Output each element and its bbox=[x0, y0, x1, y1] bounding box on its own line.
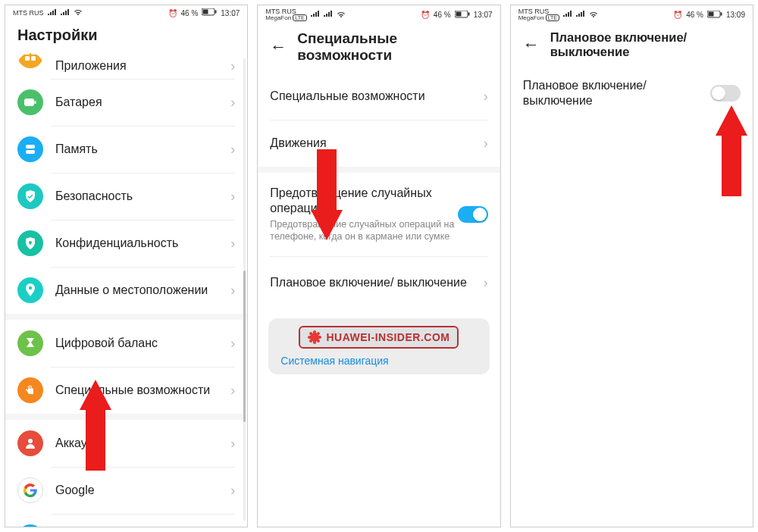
chevron-right-icon: › bbox=[230, 189, 235, 205]
alarm-icon: ⏰ bbox=[421, 11, 430, 19]
item-label: Специальные возможности bbox=[270, 89, 483, 104]
status-bar: MTS RUSMegaFon LTE ⏰ 46 % 13:07 bbox=[258, 5, 500, 23]
page-title: Настройки bbox=[17, 27, 98, 44]
list-item-security[interactable]: Безопасность › bbox=[5, 173, 247, 220]
shield-lock-icon bbox=[17, 230, 43, 256]
svg-rect-22 bbox=[720, 12, 722, 15]
list-item-storage[interactable]: Память › bbox=[5, 126, 247, 173]
item-label: Безопасность bbox=[55, 189, 230, 204]
system-navigation-link[interactable]: Системная навигация bbox=[277, 355, 480, 367]
page-title: Специальные возможности bbox=[297, 30, 487, 64]
battery-percent: 46 % bbox=[181, 9, 199, 17]
scheduled-power-header: ← Плановое включение/выключение bbox=[511, 23, 753, 68]
watermark-box: HUAWEI-INSIDER.COM Системная навигация bbox=[268, 318, 489, 374]
clock-label: 13:07 bbox=[221, 9, 240, 17]
accessibility-list[interactable]: Специальные возможности › Движения › Пре… bbox=[258, 73, 500, 527]
svg-rect-4 bbox=[31, 53, 36, 55]
item-label: Предотвращение случайных операций Предот… bbox=[270, 186, 457, 243]
svg-rect-2 bbox=[215, 11, 217, 14]
svg-rect-8 bbox=[35, 101, 36, 104]
list-item-system[interactable]: Система и обновления › bbox=[5, 514, 247, 527]
item-label: Данные о местоположении bbox=[55, 283, 230, 298]
scrollbar[interactable] bbox=[243, 58, 246, 521]
list-item-digital-balance[interactable]: Цифровой баланс › bbox=[5, 320, 247, 367]
chevron-right-icon: › bbox=[484, 89, 488, 105]
list-item-accessibility[interactable]: Специальные возможности › bbox=[5, 367, 247, 414]
wifi-icon bbox=[589, 11, 598, 20]
system-icon bbox=[17, 524, 43, 527]
clock-label: 13:07 bbox=[474, 11, 493, 19]
hourglass-icon bbox=[17, 330, 43, 356]
list-item-privacy[interactable]: Конфиденциальность › bbox=[5, 220, 247, 267]
scrollbar-thumb[interactable] bbox=[243, 271, 246, 422]
storage-icon bbox=[17, 136, 43, 162]
svg-rect-5 bbox=[25, 56, 30, 61]
battery-icon bbox=[17, 89, 43, 115]
accessibility-header: ← Специальные возможности bbox=[258, 23, 500, 73]
phone-screen-3: MTS RUSMegaFon LTE ⏰ 46 % 13:09 ← Планов… bbox=[510, 5, 753, 527]
svg-rect-3 bbox=[25, 53, 30, 55]
chevron-right-icon: › bbox=[230, 336, 235, 352]
watermark-text: HUAWEI-INSIDER.COM bbox=[326, 331, 449, 343]
list-item-prevent-touches[interactable]: Предотвращение случайных операций Предот… bbox=[258, 173, 500, 256]
svg-rect-6 bbox=[31, 56, 36, 61]
toggle-prevent-touches[interactable] bbox=[458, 206, 488, 223]
toggle-scheduled-power[interactable] bbox=[710, 85, 741, 102]
svg-rect-9 bbox=[26, 145, 35, 149]
battery-percent: 46 % bbox=[434, 11, 451, 19]
google-icon bbox=[17, 477, 43, 503]
item-label: Цифровой баланс bbox=[55, 336, 230, 351]
item-label: Плановое включение/ выключение bbox=[523, 78, 710, 108]
list-item-battery[interactable]: Батарея › bbox=[5, 79, 247, 126]
back-arrow-icon[interactable]: ← bbox=[270, 37, 287, 57]
chevron-right-icon: › bbox=[484, 275, 488, 291]
signal-icon bbox=[311, 11, 320, 19]
list-item-motions[interactable]: Движения › bbox=[258, 120, 500, 167]
carrier-label: MTS RUSMegaFon LTE bbox=[518, 8, 559, 21]
svg-rect-12 bbox=[30, 243, 30, 245]
back-arrow-icon[interactable]: ← bbox=[523, 35, 540, 55]
item-label: Плановое включение/ выключение bbox=[270, 275, 483, 290]
list-item-apps-partial[interactable]: Приложения › bbox=[5, 53, 247, 79]
page-title: Плановое включение/выключение bbox=[550, 30, 741, 59]
chevron-right-icon: › bbox=[230, 95, 235, 111]
list-item-accounts[interactable]: Аккау › bbox=[5, 420, 247, 467]
signal-icon-2 bbox=[61, 9, 70, 17]
list-item-scheduled-toggle[interactable]: Плановое включение/ выключение bbox=[511, 68, 753, 118]
section-separator bbox=[258, 167, 500, 173]
battery-icon bbox=[455, 11, 470, 20]
wifi-icon bbox=[74, 8, 83, 17]
list-item-google[interactable]: Google › bbox=[5, 467, 247, 514]
carrier-label: MTS RUSMegaFon LTE bbox=[265, 8, 306, 21]
wifi-icon bbox=[337, 11, 346, 20]
battery-icon bbox=[202, 8, 217, 17]
chevron-right-icon: › bbox=[230, 436, 235, 452]
status-bar: MTS RUS ⏰ 46 % 13:07 bbox=[5, 5, 247, 19]
person-icon bbox=[17, 430, 43, 456]
chevron-right-icon: › bbox=[230, 142, 235, 158]
svg-rect-1 bbox=[203, 10, 208, 14]
item-label: Память bbox=[55, 142, 230, 157]
signal-icon-2 bbox=[324, 11, 333, 19]
scheduled-power-list: Плановое включение/ выключение bbox=[511, 68, 753, 527]
phone-screen-2: MTS RUSMegaFon LTE ⏰ 46 % 13:07 ← Специа… bbox=[257, 5, 500, 527]
chevron-right-icon: › bbox=[230, 383, 235, 399]
svg-rect-19 bbox=[468, 12, 469, 15]
svg-rect-10 bbox=[26, 150, 35, 154]
settings-header: Настройки bbox=[5, 19, 247, 53]
signal-icon-2 bbox=[576, 11, 585, 19]
item-label: Приложения bbox=[55, 58, 230, 74]
clock-label: 13:09 bbox=[726, 11, 745, 19]
item-label: Специальные возможности bbox=[55, 383, 230, 398]
signal-icon bbox=[48, 9, 57, 17]
watermark-badge: HUAWEI-INSIDER.COM bbox=[299, 326, 459, 349]
section-separator bbox=[5, 414, 247, 420]
status-bar: MTS RUSMegaFon LTE ⏰ 46 % 13:09 bbox=[511, 5, 753, 23]
list-item-location[interactable]: Данные о местоположении › bbox=[5, 267, 247, 314]
list-item-scheduled-power[interactable]: Плановое включение/ выключение › bbox=[258, 256, 500, 309]
settings-list[interactable]: Батарея › Память › Безопасность › Конфид… bbox=[5, 79, 247, 527]
battery-percent: 46 % bbox=[686, 11, 703, 19]
list-item-accessibility[interactable]: Специальные возможности › bbox=[258, 73, 500, 120]
location-pin-icon bbox=[17, 277, 43, 303]
svg-rect-18 bbox=[456, 11, 461, 16]
